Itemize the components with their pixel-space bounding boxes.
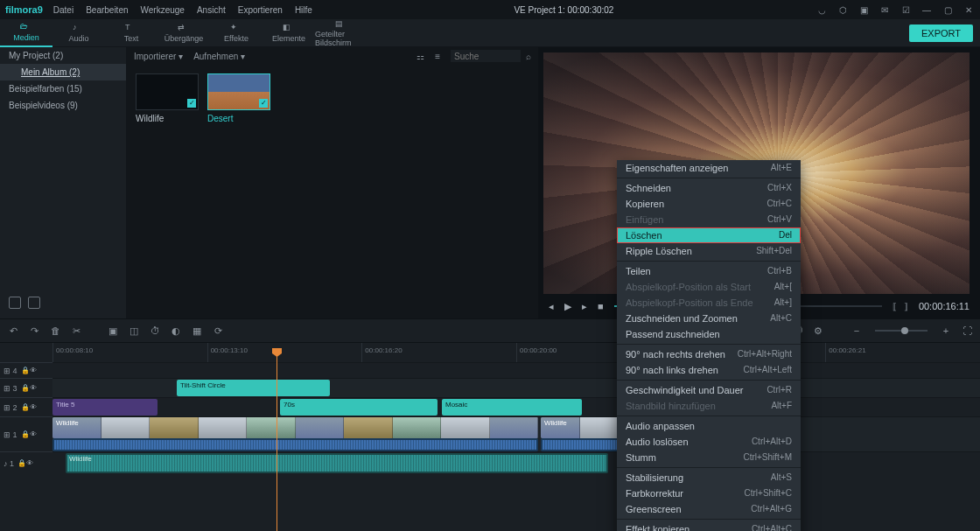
cart-icon[interactable]: ⬡ bbox=[836, 5, 849, 15]
search-icon[interactable]: ⌕ bbox=[526, 52, 531, 61]
window-title: VE Project 1: 00:00:30:02 bbox=[312, 5, 816, 15]
ctx-item[interactable]: StabilisierungAlt+S bbox=[617, 470, 801, 486]
sort-icon[interactable]: ≡ bbox=[435, 52, 440, 61]
menu-file[interactable]: Datei bbox=[53, 5, 74, 15]
cut-icon[interactable]: ✂ bbox=[70, 325, 82, 337]
tab-media[interactable]: 🗁Medien bbox=[0, 19, 52, 47]
context-menu: Eigenschaften anzeigenAlt+ESchneidenCtrl… bbox=[617, 160, 801, 531]
ctx-item: Abspielkopf-Position als EndeAlt+] bbox=[617, 295, 801, 311]
tab-effects[interactable]: ✦Effekte bbox=[210, 19, 262, 47]
app-logo: filmora9 bbox=[5, 4, 43, 15]
tab-splitscreen[interactable]: ▤Geteilter Bildschirm bbox=[315, 19, 368, 47]
tab-transitions[interactable]: ⇄Übergänge bbox=[158, 19, 210, 47]
media-thumb-desert[interactable]: ✓ bbox=[207, 73, 270, 110]
ctx-item[interactable]: FarbkorrekturCtrl+Shift+C bbox=[617, 486, 801, 501]
sidebar-item-myalbum[interactable]: Mein Album (2) bbox=[0, 64, 126, 80]
color-icon[interactable]: ◐ bbox=[170, 325, 182, 337]
maximize-icon[interactable]: ▢ bbox=[942, 5, 954, 15]
media-thumb-wildlife[interactable]: ✓ bbox=[136, 73, 199, 110]
ctx-item[interactable]: GreenscreenCtrl+Alt+G bbox=[617, 501, 801, 517]
ctx-item[interactable]: Audio anpassen bbox=[617, 418, 801, 434]
ctx-item[interactable]: Eigenschaften anzeigenAlt+E bbox=[617, 160, 801, 176]
menu-export[interactable]: Exportieren bbox=[238, 5, 283, 15]
main-menu: Datei Bearbeiten Werkzeuge Ansicht Expor… bbox=[53, 5, 312, 15]
clip-attached-audio[interactable] bbox=[52, 438, 538, 451]
zoom-in-icon[interactable]: + bbox=[940, 325, 952, 337]
delete-icon[interactable]: 🗑 bbox=[49, 325, 61, 337]
ctx-item: Abspielkopf-Position als StartAlt+[ bbox=[617, 279, 801, 295]
greenscreen-icon[interactable]: ▦ bbox=[191, 325, 203, 337]
new-folder-icon[interactable] bbox=[9, 297, 21, 309]
speed-icon[interactable]: ⏱ bbox=[149, 325, 161, 337]
clip-fx[interactable]: Tilt-Shift Circle bbox=[177, 380, 330, 396]
tab-elements[interactable]: ◧Elemente bbox=[262, 19, 315, 47]
tab-text[interactable]: TText bbox=[105, 19, 158, 47]
export-button[interactable]: EXPORT bbox=[909, 24, 973, 42]
next-button[interactable]: ▸ bbox=[582, 301, 587, 312]
importer-dropdown[interactable]: Importierer ▾ bbox=[134, 52, 183, 61]
ctx-item[interactable]: TeilenCtrl+B bbox=[617, 263, 801, 279]
minimize-icon[interactable]: — bbox=[920, 5, 933, 15]
clip-video[interactable]: Wildlife bbox=[52, 417, 538, 438]
sidebar-item-videos[interactable]: Beispielvideos (9) bbox=[0, 97, 126, 114]
media-label: Wildlife bbox=[136, 114, 199, 123]
zoom-fit-icon[interactable]: ⛶ bbox=[961, 325, 973, 337]
undo-icon[interactable]: ↶ bbox=[7, 325, 19, 337]
edit-icon[interactable]: ▣ bbox=[107, 325, 119, 337]
notify-icon[interactable]: ▣ bbox=[858, 5, 870, 15]
clip-audio[interactable]: Wildlife bbox=[66, 453, 608, 473]
ctx-item[interactable]: Zuschneiden und ZoomenAlt+C bbox=[617, 311, 801, 326]
ctx-item[interactable]: 90° nach links drehenCtrl+Alt+Left bbox=[617, 362, 801, 378]
ctx-item[interactable]: KopierenCtrl+C bbox=[617, 196, 801, 212]
search-input[interactable] bbox=[451, 50, 521, 62]
play-button[interactable]: ▶ bbox=[564, 301, 571, 312]
ctx-item[interactable]: Passend zuschneiden bbox=[617, 326, 801, 342]
clip-fx[interactable]: 70s bbox=[280, 399, 438, 416]
user-icon[interactable]: ◡ bbox=[816, 5, 828, 15]
record-dropdown[interactable]: Aufnehmen ▾ bbox=[193, 52, 245, 61]
track-label-a1[interactable]: ♪ 1🔒👁 bbox=[0, 451, 52, 474]
ctx-item[interactable]: Geschwindigkeit und DauerCtrl+R bbox=[617, 382, 801, 398]
ctx-item[interactable]: 90° nach rechts drehenCtrl+Alt+Right bbox=[617, 346, 801, 362]
menu-tools[interactable]: Werkzeuge bbox=[141, 5, 185, 15]
mark-in-icon[interactable]: ⟦ bbox=[892, 302, 897, 311]
preview-timecode: 00:00:16:11 bbox=[919, 301, 970, 311]
ctx-item[interactable]: Ripple LöschenShift+Del bbox=[617, 243, 801, 259]
tab-audio[interactable]: ♪Audio bbox=[52, 19, 105, 47]
zoom-slider[interactable] bbox=[875, 330, 928, 332]
track-label-t1[interactable]: ⊞ 1🔒👁 bbox=[0, 416, 52, 451]
ctx-item: Standbild hinzufügenAlt+F bbox=[617, 398, 801, 414]
media-label: Desert bbox=[207, 114, 270, 123]
sidebar-item-myproject[interactable]: My Project (2) bbox=[0, 47, 126, 64]
clip-title[interactable]: Title 5 bbox=[52, 399, 158, 416]
timeline-ruler[interactable]: 00:00:08:10 00:00:13:10 00:00:16:20 00:0… bbox=[52, 343, 980, 362]
mark-out-icon[interactable]: ⟧ bbox=[904, 302, 908, 311]
track-label-t4[interactable]: ⊞ 4🔒👁 bbox=[0, 362, 52, 378]
zoom-out-icon[interactable]: − bbox=[850, 325, 863, 337]
menu-help[interactable]: Hilfe bbox=[295, 5, 312, 15]
sidebar-item-colors[interactable]: Beispielfarben (15) bbox=[0, 80, 126, 97]
ctx-item[interactable]: SchneidenCtrl+X bbox=[617, 180, 801, 196]
menu-view[interactable]: Ansicht bbox=[197, 5, 226, 15]
ctx-item[interactable]: Audio loslösenCtrl+Alt+D bbox=[617, 434, 801, 450]
redo-icon[interactable]: ↷ bbox=[28, 325, 40, 337]
playhead[interactable] bbox=[276, 353, 277, 531]
settings-icon[interactable]: ⚙ bbox=[812, 325, 824, 337]
prev-button[interactable]: ◂ bbox=[549, 301, 554, 312]
ctx-item[interactable]: StummCtrl+Shift+M bbox=[617, 450, 801, 465]
filter-icon[interactable]: ⚏ bbox=[416, 52, 424, 61]
check-icon[interactable]: ☑ bbox=[900, 5, 912, 15]
ctx-item[interactable]: LöschenDel bbox=[617, 227, 801, 243]
render-icon[interactable]: ⟳ bbox=[212, 325, 224, 337]
msg-icon[interactable]: ✉ bbox=[878, 5, 891, 15]
ctx-item[interactable]: Effekt kopierenCtrl+Alt+C bbox=[617, 521, 801, 531]
clip-fx[interactable]: Mosaic bbox=[442, 399, 582, 416]
crop-icon[interactable]: ◫ bbox=[128, 325, 140, 337]
menu-edit[interactable]: Bearbeiten bbox=[86, 5, 128, 15]
stop-button[interactable]: ■ bbox=[598, 301, 604, 311]
track-label-t3[interactable]: ⊞ 3🔒👁 bbox=[0, 378, 52, 397]
timeline-tracks[interactable]: 00:00:08:10 00:00:13:10 00:00:16:20 00:0… bbox=[52, 343, 980, 531]
track-label-t2[interactable]: ⊞ 2🔒👁 bbox=[0, 397, 52, 416]
close-icon[interactable]: ✕ bbox=[962, 5, 975, 15]
new-bin-icon[interactable] bbox=[28, 297, 40, 309]
